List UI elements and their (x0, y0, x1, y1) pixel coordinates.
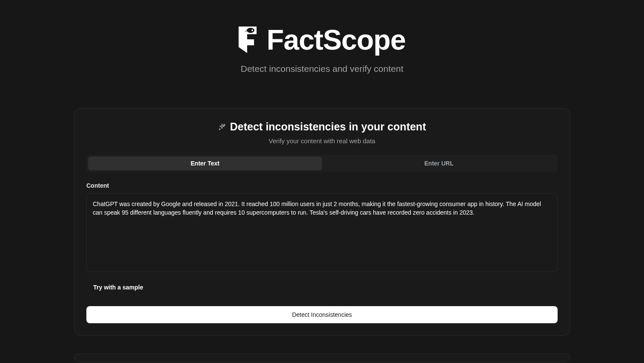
header: FactScope Detect inconsistencies and ver… (74, 24, 570, 74)
app-name: FactScope (267, 24, 406, 56)
logo-icon (239, 27, 257, 53)
secondary-card (74, 354, 570, 362)
card-header: Detect inconsistencies in your content V… (86, 121, 558, 145)
content-textarea[interactable] (86, 193, 558, 272)
svg-point-0 (247, 28, 254, 33)
tab-enter-text[interactable]: Enter Text (88, 156, 322, 170)
detect-button[interactable]: Detect Inconsistencies (86, 306, 558, 323)
card-title: Detect inconsistencies in your content (230, 121, 426, 133)
tabs: Enter Text Enter URL (86, 155, 558, 172)
sample-button[interactable]: Try with a sample (86, 280, 150, 294)
tab-enter-url[interactable]: Enter URL (322, 156, 556, 170)
svg-point-1 (251, 30, 253, 31)
main-card: Detect inconsistencies in your content V… (74, 108, 570, 336)
card-subtitle: Verify your content with real web data (86, 137, 558, 145)
sparkle-icon (218, 123, 226, 131)
tagline: Detect inconsistencies and verify conten… (74, 64, 570, 74)
content-label: Content (86, 182, 558, 189)
logo-row: FactScope (74, 24, 570, 56)
